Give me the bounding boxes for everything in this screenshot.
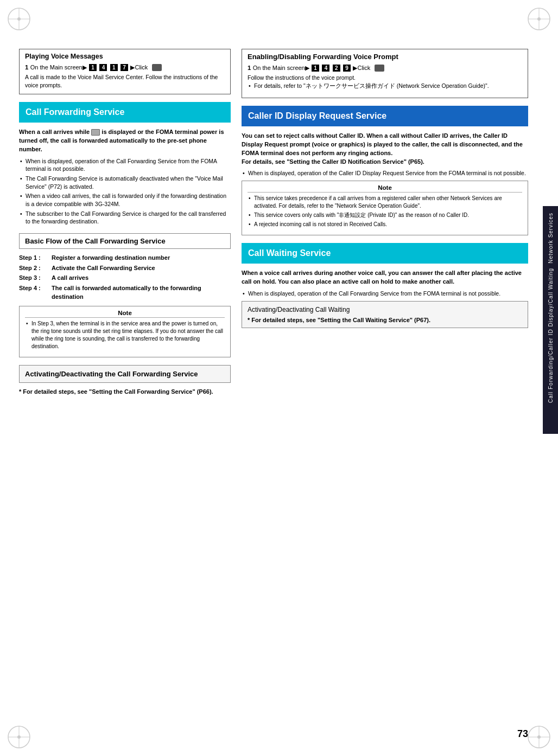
caller-id-note-bullets: This service takes precedence if a call …	[248, 195, 522, 228]
cw-bullet-1: When is displayed, operation of the Call…	[242, 290, 528, 298]
activating-cw-section: Activating/Deactivating Call Waiting * F…	[242, 301, 528, 328]
en-key-1: 1	[312, 65, 319, 72]
step-desc-3: A call arrives	[52, 273, 88, 283]
side-tab-text-2: Call Forwarding/Caller ID Display/Call W…	[548, 266, 554, 405]
activating-cw-detail: * For detailed steps, see "Setting the C…	[248, 317, 522, 323]
corner-decoration-tr	[525, 5, 553, 33]
phone-icon	[152, 64, 162, 71]
caller-id-note-title: Note	[248, 184, 522, 193]
step-row-1: Step 1 : Register a forwarding destinati…	[19, 253, 231, 262]
step-prefix: On the Main screen▶	[30, 64, 87, 71]
caller-id-bullets: When is displayed, operation of the Call…	[242, 169, 528, 177]
caller-id-title: Caller ID Display Request Service	[248, 111, 386, 120]
call-waiting-section: Call Waiting Service When a voice call a…	[242, 243, 528, 328]
basic-flow-section: Basic Flow of the Call Forwarding Servic…	[19, 233, 231, 357]
step-row-2: Step 2 : Activate the Call Forwarding Se…	[19, 264, 231, 273]
step-row-4: Step 4 : The call is forwarded automatic…	[19, 284, 231, 302]
step-label-2: Step 2 :	[19, 264, 52, 273]
side-tab: Network Services Call Forwarding/Caller …	[543, 206, 558, 434]
en-key-4: 4	[322, 65, 329, 72]
page-container: Network Services Call Forwarding/Caller …	[0, 0, 558, 756]
key-7: 7	[121, 64, 128, 71]
cf-bullet-1: When is displayed, operation of the Call…	[19, 157, 231, 173]
enabling-step-desc: Follow the instructions of the voice pro…	[248, 74, 522, 82]
step-number: 1	[25, 64, 28, 71]
enabling-bullet-1: For details, refer to "ネットワークサービス操作ガイド (…	[248, 82, 522, 90]
step-desc-2: Activate the Call Forwarding Service	[52, 264, 155, 273]
enabling-step1: 1 On the Main screen▶ 1 4 2 9 ▶Click	[248, 64, 522, 72]
en-key-9: 9	[343, 65, 351, 72]
basic-flow-title: Basic Flow of the Call Forwarding Servic…	[25, 237, 166, 245]
call-forwarding-bullets: When is displayed, operation of the Call…	[19, 157, 231, 226]
note-bullet-1: In Step 3, when the terminal is in the s…	[25, 320, 225, 350]
basic-flow-note: Note In Step 3, when the terminal is in …	[19, 306, 231, 357]
caller-id-note-2: This service covers only calls with "非通知…	[248, 212, 522, 219]
enabling-title: Enabling/Disabling Forwarding Voice Prom…	[248, 53, 522, 61]
caller-id-body: You can set to reject calls without Call…	[242, 132, 528, 166]
basic-flow-steps: Step 1 : Register a forwarding destinati…	[19, 253, 231, 302]
call-waiting-bullets: When is displayed, operation of the Call…	[242, 290, 528, 298]
call-waiting-header: Call Waiting Service	[242, 243, 528, 264]
note-title-1: Note	[25, 310, 225, 318]
step-desc-4: The call is forwarded automatically to t…	[52, 284, 231, 302]
key-1: 1	[89, 64, 97, 71]
page-number: 73	[517, 728, 528, 740]
basic-flow-header: Basic Flow of the Call Forwarding Servic…	[19, 233, 231, 249]
activating-cf-section: Activating/Deactivating the Call Forward…	[19, 365, 231, 395]
step-desc-1: Register a forwarding destination number	[52, 253, 170, 262]
caller-id-note: Note This service takes precedence if a …	[242, 181, 528, 235]
playing-vm-section: Playing Voice Messages 1 On the Main scr…	[19, 49, 231, 94]
corner-decoration-bl	[5, 723, 33, 751]
key-1b: 1	[110, 64, 118, 71]
playing-vm-desc: A call is made to the Voice Mail Service…	[25, 73, 225, 89]
phone-icon-2	[375, 65, 384, 72]
activating-cf-title: Activating/Deactivating the Call Forward…	[25, 370, 198, 378]
playing-vm-title: Playing Voice Messages	[25, 53, 225, 60]
left-column: Playing Voice Messages 1 On the Main scr…	[19, 49, 231, 402]
step-label-1: Step 1 :	[19, 253, 52, 262]
step-label-4: Step 4 :	[19, 284, 52, 302]
call-waiting-body: When a voice call arrives during another…	[242, 269, 528, 286]
call-forwarding-title: Call Forwarding Service	[26, 107, 124, 117]
cf-bullet-3: When a video call arrives, the call is f…	[19, 192, 231, 208]
side-tab-text-1: Network Services	[548, 210, 554, 266]
playing-vm-step1: 1 On the Main screen▶ 1 4 1 7 ▶Click	[25, 63, 225, 71]
caller-id-note-1: This service takes precedence if a call …	[248, 195, 522, 210]
activating-cf-box: Activating/Deactivating the Call Forward…	[19, 365, 231, 383]
right-column: Enabling/Disabling Forwarding Voice Prom…	[242, 49, 528, 402]
enabling-box-inner: Enabling/Disabling Forwarding Voice Prom…	[242, 49, 528, 98]
call-forwarding-section: Call Forwarding Service When a call arri…	[19, 102, 231, 226]
enabling-step-prefix: On the Main screen▶	[253, 65, 309, 71]
step-click: ▶Click	[130, 64, 148, 71]
call-forwarding-header: Call Forwarding Service	[19, 102, 231, 123]
basic-flow-note-bullets: In Step 3, when the terminal is in the s…	[25, 320, 225, 350]
caller-id-note-3: A rejected incoming call is not stored i…	[248, 221, 522, 228]
enabling-bullets: For details, refer to "ネットワークサービス操作ガイド (…	[248, 82, 522, 90]
corner-decoration-tl	[5, 5, 33, 33]
activating-cw-title: Activating/Deactivating Call Waiting	[248, 306, 350, 313]
main-content: Playing Voice Messages 1 On the Main scr…	[19, 49, 528, 402]
caller-id-header: Caller ID Display Request Service	[242, 106, 528, 126]
enabling-step-num: 1	[248, 65, 251, 71]
call-waiting-title: Call Waiting Service	[248, 248, 331, 258]
step-label-3: Step 3 :	[19, 273, 52, 283]
key-4: 4	[99, 64, 107, 71]
caller-id-bullet-1: When is displayed, operation of the Call…	[242, 169, 528, 177]
enabling-section: Enabling/Disabling Forwarding Voice Prom…	[242, 49, 528, 98]
activating-cf-detail: * For detailed steps, see "Setting the C…	[19, 388, 231, 395]
cf-bullet-2: The Call Forwarding Service is automatic…	[19, 175, 231, 190]
cf-bullet-4: The subscriber to the Call Forwarding Se…	[19, 210, 231, 226]
caller-id-section: Caller ID Display Request Service You ca…	[242, 106, 528, 235]
step-row-3: Step 3 : A call arrives	[19, 273, 231, 283]
call-forwarding-body: When a call arrives while is displayed o…	[19, 128, 231, 154]
corner-decoration-br	[525, 723, 553, 751]
enabling-step-click: ▶Click	[353, 65, 370, 71]
en-key-2: 2	[333, 65, 340, 72]
